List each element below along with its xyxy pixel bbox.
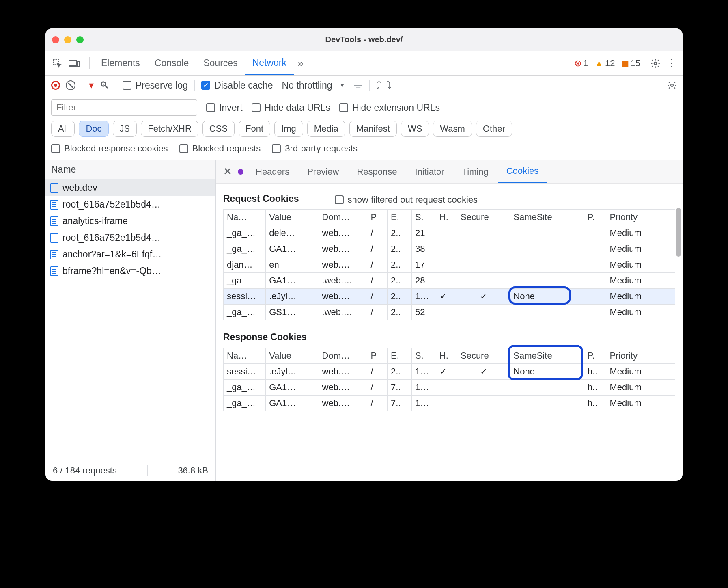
request-row[interactable]: anchor?ar=1&k=6Lfqf… <box>45 246 215 263</box>
cookie-row[interactable]: _ga_…GA1…web.…/7..1…h..Medium <box>224 396 675 411</box>
extra-filter-checks: Blocked response cookies Blocked request… <box>45 142 683 160</box>
hide-data-urls-checkbox[interactable]: Hide data URLs <box>252 102 330 113</box>
chip-font[interactable]: Font <box>239 121 270 137</box>
issue-count: 15 <box>631 58 640 69</box>
request-cookies-title: Request Cookies <box>223 193 299 204</box>
chip-doc[interactable]: Doc <box>79 121 108 137</box>
record-icon[interactable] <box>51 81 60 90</box>
col-header[interactable]: Na… <box>224 348 266 364</box>
col-header[interactable]: Value <box>266 348 319 364</box>
show-filtered-checkbox[interactable]: show filtered out request cookies <box>335 195 478 205</box>
chip-ws[interactable]: WS <box>401 121 429 137</box>
close-detail-icon[interactable]: ✕ <box>220 165 235 178</box>
tab-elements[interactable]: Elements <box>94 51 147 75</box>
third-party-requests-checkbox[interactable]: 3rd-party requests <box>272 143 358 154</box>
filter-toggle-icon[interactable]: ▾ <box>89 80 94 91</box>
col-header[interactable]: Na… <box>224 210 266 225</box>
request-cookies-table[interactable]: Na…ValueDom…PE.S.H.SecureSameSiteP.Prior… <box>223 209 675 320</box>
cookie-row[interactable]: _gaGA1….web.…/2..28Medium <box>224 273 675 289</box>
col-header[interactable]: Value <box>266 210 319 225</box>
chip-other[interactable]: Other <box>476 121 512 137</box>
chip-wasm[interactable]: Wasm <box>433 121 472 137</box>
detail-tab-preview[interactable]: Preview <box>298 160 348 183</box>
initiator-dot-icon <box>238 169 243 175</box>
detail-tab-cookies[interactable]: Cookies <box>498 160 547 183</box>
tab-sources[interactable]: Sources <box>196 51 245 75</box>
chip-manifest[interactable]: Manifest <box>349 121 397 137</box>
kebab-menu-icon[interactable]: ⋮ <box>666 57 677 69</box>
error-count: 1 <box>583 58 588 69</box>
chip-js[interactable]: JS <box>113 121 137 137</box>
titlebar: DevTools - web.dev/ <box>45 28 683 51</box>
throttling-select[interactable]: No throttling ▼ <box>279 80 349 91</box>
document-icon <box>50 250 58 259</box>
request-row[interactable]: web.dev <box>45 179 215 196</box>
invert-checkbox[interactable]: Invert <box>206 102 243 113</box>
col-header[interactable]: Dom… <box>319 348 367 364</box>
document-icon <box>50 216 58 226</box>
col-header[interactable]: P <box>367 210 388 225</box>
col-header[interactable]: P. <box>584 348 606 364</box>
document-icon <box>50 233 58 243</box>
cookie-row[interactable]: _ga_…GA1…web.…/2..38Medium <box>224 241 675 257</box>
filter-input[interactable] <box>51 99 197 116</box>
chip-media[interactable]: Media <box>307 121 345 137</box>
scrollbar-thumb[interactable] <box>676 208 681 257</box>
request-row[interactable]: root_616a752e1b5d4… <box>45 229 215 246</box>
preserve-log-checkbox[interactable]: Preserve log <box>123 80 188 91</box>
network-conditions-icon[interactable]: ⌯ <box>354 80 363 91</box>
chip-css[interactable]: CSS <box>202 121 235 137</box>
network-settings-icon[interactable] <box>667 80 677 90</box>
col-header[interactable]: Priority <box>606 210 675 225</box>
settings-icon[interactable] <box>650 58 661 69</box>
cookie-row[interactable]: djan…enweb.…/2..17Medium <box>224 257 675 273</box>
col-header[interactable]: Secure <box>457 210 510 225</box>
request-row[interactable]: analytics-iframe <box>45 213 215 229</box>
import-har-icon[interactable]: ⤵ <box>387 80 392 91</box>
col-header[interactable]: Priority <box>606 348 675 364</box>
detail-tab-timing[interactable]: Timing <box>453 160 498 183</box>
more-panels-icon[interactable]: » <box>294 58 307 69</box>
svg-point-3 <box>654 62 657 65</box>
blocked-response-cookies-checkbox[interactable]: Blocked response cookies <box>51 143 168 154</box>
export-har-icon[interactable]: ⤴ <box>376 80 381 91</box>
col-header[interactable]: E. <box>387 348 411 364</box>
chip-img[interactable]: Img <box>274 121 303 137</box>
hide-extension-urls-checkbox[interactable]: Hide extension URLs <box>339 102 440 113</box>
detail-tab-response[interactable]: Response <box>348 160 406 183</box>
search-icon[interactable]: 🔍︎ <box>99 80 109 91</box>
col-header[interactable]: E. <box>387 210 411 225</box>
status-counts[interactable]: ⊗1 ▲12 ◼15 <box>574 58 644 69</box>
col-header[interactable]: Dom… <box>319 210 367 225</box>
col-header[interactable]: P. <box>584 210 606 225</box>
col-header[interactable]: H. <box>436 210 457 225</box>
inspect-icon[interactable] <box>51 58 63 69</box>
col-header[interactable]: S. <box>411 348 436 364</box>
col-header[interactable]: SameSite <box>510 210 584 225</box>
request-row[interactable]: root_616a752e1b5d4… <box>45 196 215 213</box>
blocked-requests-checkbox[interactable]: Blocked requests <box>179 143 261 154</box>
detail-tab-initiator[interactable]: Initiator <box>406 160 453 183</box>
cookie-row[interactable]: sessi….eJyl…web.…/2..1…✓✓NoneMedium <box>224 289 675 305</box>
col-header[interactable]: P <box>367 348 388 364</box>
document-icon <box>50 266 58 276</box>
tab-console[interactable]: Console <box>147 51 196 75</box>
col-header[interactable]: SameSite <box>510 348 584 364</box>
detail-tab-headers[interactable]: Headers <box>247 160 298 183</box>
response-cookies-table[interactable]: Na…ValueDom…PE.S.H.SecureSameSiteP.Prior… <box>223 348 675 411</box>
cookie-row[interactable]: _ga_…dele…web.…/2..21Medium <box>224 225 675 241</box>
panel-tabs: ElementsConsoleSourcesNetwork <box>94 51 294 75</box>
col-header[interactable]: Secure <box>457 348 510 364</box>
device-toggle-icon[interactable] <box>68 59 80 68</box>
chip-all[interactable]: All <box>51 121 75 137</box>
col-header[interactable]: S. <box>411 210 436 225</box>
disable-cache-checkbox[interactable]: ✓ Disable cache <box>201 80 273 91</box>
cookie-row[interactable]: _ga_…GA1…web.…/7..1…h..Medium <box>224 380 675 396</box>
clear-icon[interactable] <box>66 80 75 90</box>
col-header[interactable]: H. <box>436 348 457 364</box>
cookie-row[interactable]: _ga_…GS1….web.…/2..52Medium <box>224 305 675 320</box>
cookie-row[interactable]: sessi….eJyl…web.…/2..1…✓✓Noneh..Medium <box>224 364 675 380</box>
request-row[interactable]: bframe?hl=en&v=-Qb… <box>45 263 215 279</box>
tab-network[interactable]: Network <box>245 51 294 75</box>
chip-fetchxhr[interactable]: Fetch/XHR <box>141 121 198 137</box>
